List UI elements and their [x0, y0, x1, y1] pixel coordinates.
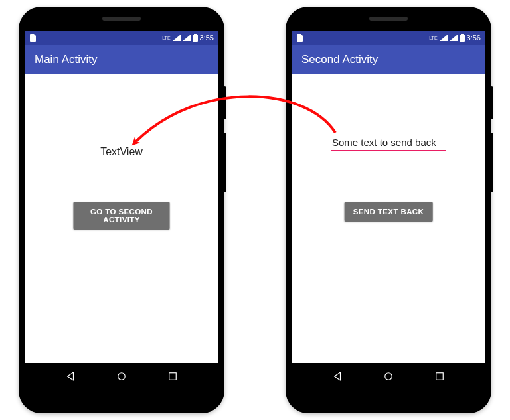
go-to-second-activity-button[interactable]: GO TO SECOND ACTIVITY [74, 202, 170, 230]
signal-icon [183, 35, 191, 41]
activity-content: SEND TEXT BACK [292, 74, 485, 363]
signal-icon [173, 35, 181, 41]
signal-icon [450, 35, 458, 41]
android-nav-bar [25, 363, 218, 389]
phone-power-button [224, 86, 226, 119]
activity-content: TextView GO TO SECOND ACTIVITY [25, 74, 218, 363]
status-right: LTE 3:56 [429, 34, 481, 42]
nav-home-icon[interactable] [116, 370, 128, 382]
phone-screen-main: LTE 3:55 Main Activity TextView GO TO SE… [25, 31, 218, 389]
nav-back-icon[interactable] [331, 370, 343, 382]
status-right: LTE 3:55 [162, 34, 214, 42]
nav-recent-icon[interactable] [167, 370, 179, 382]
sim-card-icon [29, 34, 36, 42]
svg-rect-3 [436, 373, 444, 380]
app-bar: Second Activity [292, 45, 485, 74]
sim-card-icon [296, 34, 303, 42]
android-nav-bar [292, 363, 485, 389]
battery-icon [193, 34, 198, 42]
lte-label: LTE [162, 36, 170, 40]
signal-icon [440, 35, 448, 41]
phone-frame-second: LTE 3:56 Second Activity SEND T [286, 7, 491, 413]
status-bar: LTE 3:56 [292, 31, 485, 45]
phone-frame-main: LTE 3:55 Main Activity TextView GO TO SE… [19, 7, 224, 413]
status-left [29, 34, 36, 42]
send-text-back-button[interactable]: SEND TEXT BACK [345, 202, 433, 222]
text-view: TextView [25, 146, 218, 158]
status-time: 3:56 [467, 34, 481, 42]
status-left [296, 34, 303, 42]
lte-label: LTE [429, 36, 437, 40]
edit-text-wrap [292, 135, 485, 151]
edit-text-input[interactable] [331, 135, 446, 151]
svg-point-0 [118, 373, 126, 380]
phone-volume-button [491, 133, 493, 192]
nav-home-icon[interactable] [382, 370, 394, 382]
battery-icon [460, 34, 465, 42]
phone-volume-button [224, 133, 226, 192]
phone-earpiece [369, 17, 408, 21]
phone-earpiece [102, 17, 141, 21]
status-time: 3:55 [200, 34, 214, 42]
nav-back-icon[interactable] [64, 370, 76, 382]
phone-screen-second: LTE 3:56 Second Activity SEND T [292, 31, 485, 389]
app-bar: Main Activity [25, 45, 218, 74]
app-bar-title: Second Activity [301, 53, 378, 66]
nav-recent-icon[interactable] [434, 370, 446, 382]
status-bar: LTE 3:55 [25, 31, 218, 45]
svg-point-2 [385, 373, 392, 380]
phone-power-button [491, 86, 493, 119]
app-bar-title: Main Activity [35, 53, 97, 66]
svg-rect-1 [169, 373, 177, 380]
